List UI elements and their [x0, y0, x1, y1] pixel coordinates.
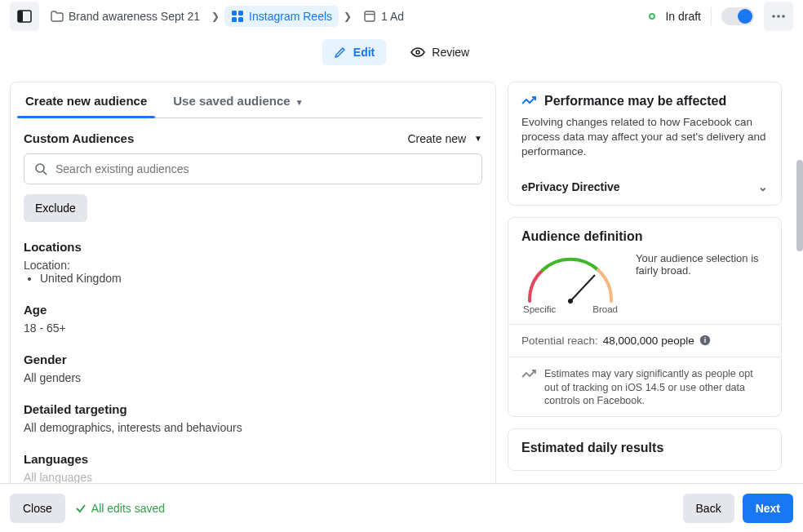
svg-rect-3 — [238, 11, 243, 16]
age-title: Age — [24, 303, 482, 317]
back-button[interactable]: Back — [683, 494, 734, 523]
breadcrumb: Brand awareness Sept 21 ❯ Instagram Reel… — [44, 6, 410, 27]
next-button[interactable]: Next — [743, 494, 793, 523]
gender-title: Gender — [24, 352, 482, 366]
audience-def-title: Audience definition — [521, 229, 768, 244]
exclude-button[interactable]: Exclude — [24, 194, 87, 222]
caret-down-icon: ▼ — [474, 134, 482, 143]
detailed-title: Detailed targeting — [24, 402, 482, 416]
panel-icon — [17, 9, 32, 24]
check-icon — [75, 503, 87, 514]
scrollbar-thumb[interactable] — [796, 160, 803, 251]
create-new-audience[interactable]: Create new ▼ — [408, 132, 483, 145]
age-value: 18 - 65+ — [24, 321, 482, 335]
footer: Close All edits saved Back Next — [0, 483, 803, 532]
audience-search-input[interactable] — [55, 162, 472, 175]
ad-icon — [363, 10, 376, 23]
ellipsis-icon — [771, 15, 786, 18]
reach-note: Estimates may vary significantly as peop… — [544, 367, 768, 409]
svg-text:i: i — [703, 336, 706, 344]
edr-title: Estimated daily results — [521, 441, 768, 455]
breadcrumb-ad[interactable]: 1 Ad — [357, 6, 410, 27]
separator — [711, 7, 712, 25]
breadcrumb-ad-label: 1 Ad — [381, 10, 404, 23]
breadcrumb-campaign-label: Brand awareness Sept 21 — [69, 10, 200, 23]
review-label: Review — [432, 46, 469, 59]
info-icon[interactable]: i — [699, 335, 711, 346]
chevron-right-icon: ❯ — [210, 11, 221, 22]
close-button[interactable]: Close — [10, 494, 65, 523]
chevron-right-icon: ❯ — [342, 11, 353, 22]
audience-search[interactable] — [24, 153, 482, 184]
reach-value: 48,000,000 people — [603, 335, 694, 347]
save-status: All edits saved — [75, 502, 165, 515]
more-button[interactable] — [764, 2, 793, 31]
performance-body: Evolving changes related to how Facebook… — [521, 115, 768, 160]
panel-toggle-button[interactable] — [10, 2, 39, 31]
svg-rect-4 — [232, 17, 237, 22]
svg-point-10 — [782, 15, 785, 18]
detailed-value: All demographics, interests and behaviou… — [24, 421, 482, 434]
svg-point-11 — [416, 51, 419, 54]
search-icon — [34, 162, 47, 175]
languages-title: Languages — [24, 452, 482, 466]
svg-point-12 — [36, 164, 44, 172]
eye-icon — [410, 47, 425, 58]
svg-point-9 — [777, 15, 780, 18]
svg-line-13 — [43, 171, 47, 175]
trend-icon — [521, 95, 536, 107]
location-item: United Kingdom — [40, 272, 482, 285]
performance-title: Performance may be affected — [544, 94, 726, 109]
status-label: In draft — [665, 10, 701, 23]
edr-card: Estimated daily results — [508, 428, 782, 471]
grid-icon — [231, 10, 244, 23]
svg-rect-6 — [365, 11, 375, 21]
gender-value: All genders — [24, 371, 482, 384]
tab-create-audience[interactable]: Create new audience — [24, 82, 149, 117]
custom-audiences-title: Custom Audiences — [24, 131, 134, 145]
svg-rect-1 — [18, 11, 23, 22]
pencil-icon — [334, 46, 347, 59]
right-panel: Performance may be affected Evolving cha… — [508, 82, 782, 490]
breadcrumb-adset[interactable]: Instagram Reels — [224, 6, 339, 27]
svg-rect-2 — [232, 11, 237, 16]
publish-toggle[interactable] — [721, 7, 754, 25]
edit-label: Edit — [353, 46, 375, 59]
tab-saved-audience[interactable]: Use saved audience▼ — [171, 82, 304, 117]
gauge — [521, 252, 619, 309]
languages-value: All languages — [24, 471, 482, 484]
edit-mode-button[interactable]: Edit — [322, 39, 386, 65]
svg-rect-5 — [238, 17, 243, 22]
chevron-down-icon: ⌄ — [758, 180, 768, 193]
status-dot-icon — [649, 13, 655, 20]
trend-icon — [521, 369, 536, 380]
folder-icon — [51, 10, 64, 23]
left-panel: Create new audience Use saved audience▼ … — [10, 82, 496, 490]
review-mode-button[interactable]: Review — [399, 39, 481, 65]
performance-card: Performance may be affected Evolving cha… — [508, 82, 782, 206]
svg-line-14 — [570, 275, 595, 301]
audience-definition-card: Audience definition Specific — [508, 217, 782, 418]
locations-sublabel: Location: — [24, 259, 482, 272]
reach-label: Potential reach: — [521, 335, 598, 347]
breadcrumb-adset-label: Instagram Reels — [249, 10, 332, 23]
locations-title: Locations — [24, 240, 482, 254]
svg-point-15 — [568, 299, 573, 304]
breadcrumb-campaign[interactable]: Brand awareness Sept 21 — [44, 6, 206, 27]
caret-down-icon: ▼ — [295, 98, 304, 107]
scrollbar-track[interactable] — [796, 73, 803, 481]
svg-point-8 — [772, 15, 775, 18]
eprivacy-expander[interactable]: ePrivacy Directive ⌄ — [521, 168, 768, 197]
gauge-message: Your audience selection is fairly broad. — [636, 252, 768, 277]
